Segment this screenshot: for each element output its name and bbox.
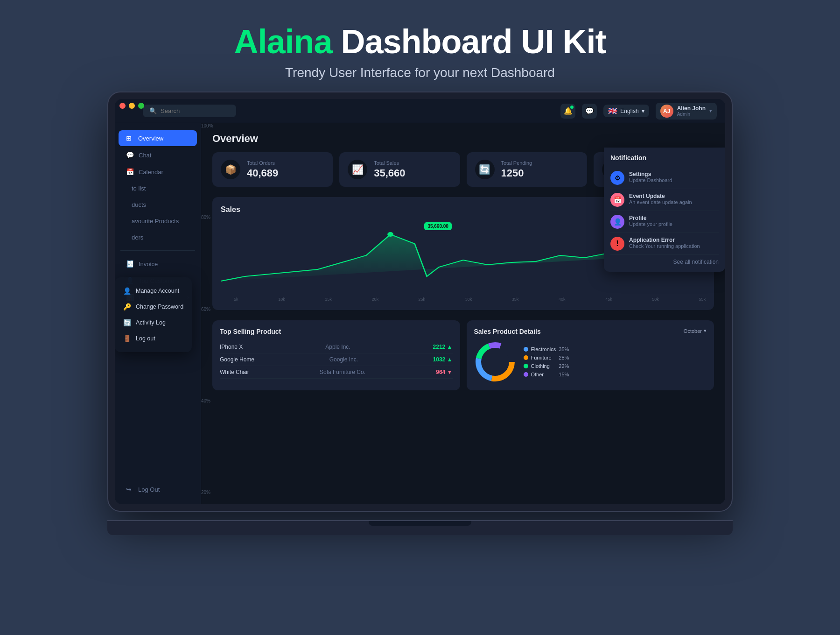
invoice-icon: 🧾 (126, 260, 134, 268)
sidebar-item-invoice[interactable]: 🧾 Invoice (119, 256, 197, 272)
user-chevron-icon: ▾ (709, 108, 712, 114)
main-area: 👤 Manage Account 🔑 Change Password 🔄 Act… (115, 123, 725, 504)
sidebar-logout-label: Log Out (138, 486, 160, 493)
search-bar[interactable]: 🔍 (143, 105, 236, 117)
sidebar-item-orders[interactable]: ders (119, 230, 197, 245)
product-row-2: White Chair Sofa Furniture Co. 964 ▼ (220, 366, 453, 379)
sales-details-card: Sales Product Details October ▾ (467, 320, 714, 390)
stat-label-pending: Total Pending (501, 160, 532, 166)
notif-text-settings: Settings Update Dashboard (629, 171, 672, 183)
popup-item-change-password[interactable]: 🔑 Change Password (115, 299, 192, 315)
popup-item-manage-account[interactable]: 👤 Manage Account (115, 283, 192, 299)
brand-name: Alaina (234, 23, 332, 60)
traffic-light-green[interactable] (138, 103, 144, 109)
notif-desc-profile: Update your profile (629, 221, 672, 227)
legend-pct-electronics: 35% (559, 346, 569, 352)
message-icon[interactable]: 💬 (582, 104, 597, 119)
notif-name-settings: Settings (629, 171, 672, 177)
month-chevron-icon: ▾ (704, 328, 707, 334)
chart-y-labels: 100% 80% 60% 40% 20% (201, 123, 213, 495)
sidebar-item-overview[interactable]: ⊞ Overview (119, 130, 197, 146)
notification-bell-icon[interactable]: 🔔 (560, 104, 575, 119)
legend-item-electronics: Electronics 35% (524, 346, 569, 352)
flag-icon: 🇬🇧 (608, 106, 617, 115)
logout-icon: 🚪 (123, 335, 131, 342)
notif-name-error: Application Error (629, 237, 700, 243)
legend-item-furniture: Furniture 28% (524, 355, 569, 360)
notif-dot (570, 106, 574, 109)
stat-value-pending: 1250 (501, 167, 532, 179)
notif-text-error: Application Error Check Your running app… (629, 237, 700, 249)
sales-details-title: Sales Product Details (474, 328, 707, 335)
legend-dot-electronics (524, 347, 528, 352)
dashboard: 🔍 🔔 💬 🇬🇧 English ▾ (115, 99, 725, 504)
see-all-notifications[interactable]: See all notification (610, 259, 719, 265)
overview-title: Overview (212, 133, 714, 145)
donut-legend: Electronics 35% Furniture 28% (524, 346, 569, 377)
sidebar-item-logout[interactable]: ↪ Log Out (119, 481, 197, 497)
sidebar-label-products: ducts (132, 201, 146, 208)
notif-desc-error: Check Your running application (629, 243, 700, 249)
stat-value-sales: 35,660 (374, 167, 405, 179)
sidebar-label-todo: to list (132, 185, 146, 192)
notif-item-settings[interactable]: ⚙ Settings Update Dashboard (610, 167, 719, 189)
stat-label-sales: Total Sales (374, 160, 405, 166)
notif-text-event: Event Update An event date update again (629, 193, 692, 205)
sidebar-label-favourite: avourite Products (132, 218, 179, 225)
legend-item-clothing: Clothing 22% (524, 363, 569, 369)
sidebar-label-chat: Chat (139, 152, 151, 159)
sidebar-logout-icon: ↪ (126, 486, 133, 493)
legend-item-other: Other 15% (524, 372, 569, 377)
manage-account-label: Manage Account (136, 288, 179, 294)
sidebar-label-calendar: Calendar (139, 169, 163, 176)
legend-pct-other: 15% (559, 372, 569, 377)
product-company-1: Google Inc. (329, 356, 358, 363)
notif-item-profile[interactable]: 👤 Profile Update your profile (610, 211, 719, 233)
legend-label-electronics: Electronics (531, 346, 556, 352)
notif-item-error[interactable]: ! Application Error Check Your running a… (610, 233, 719, 255)
notif-icon-event: 📅 (610, 193, 624, 207)
search-input[interactable] (161, 107, 221, 114)
product-count-2: 964 ▼ (436, 369, 452, 375)
traffic-light-red[interactable] (119, 103, 126, 109)
product-row-1: Google Home Google Inc. 1032 ▲ (220, 353, 453, 366)
popup-item-activity-log[interactable]: 🔄 Activity Log (115, 315, 192, 331)
sidebar-item-products[interactable]: ducts (119, 197, 197, 212)
notification-panel-title: Notification (610, 154, 719, 162)
sidebar-item-calendar[interactable]: 📅 Calendar (119, 164, 197, 180)
sidebar-item-favourite[interactable]: avourite Products (119, 213, 197, 229)
sidebar-item-todo[interactable]: to list (119, 181, 197, 196)
chart-x-labels: 5k 10k 15k 20k 25k 30k 35k 40k 45k (221, 295, 706, 302)
popup-item-logout[interactable]: 🚪 Log out (115, 331, 192, 346)
notif-icon-settings: ⚙ (610, 171, 624, 185)
svg-point-0 (387, 232, 393, 237)
popup-menu: 👤 Manage Account 🔑 Change Password 🔄 Act… (115, 277, 192, 352)
notif-item-event[interactable]: 📅 Event Update An event date update agai… (610, 189, 719, 211)
stat-icon-orders: 📦 (221, 160, 240, 179)
page-subtitle: Trendy User Interface for your next Dash… (234, 65, 606, 80)
laptop-screen-outer: 🔍 🔔 💬 🇬🇧 English ▾ (107, 92, 733, 512)
product-name-0: IPhone X (220, 344, 243, 350)
month-select[interactable]: October ▾ (684, 328, 707, 334)
sidebar-item-chat[interactable]: 💬 Chat (119, 147, 197, 163)
laptop-screen-inner: 🔍 🔔 💬 🇬🇧 English ▾ (115, 99, 725, 504)
product-count-1: 1032 ▲ (433, 356, 453, 363)
sidebar-label-invoice: Invoice (139, 261, 158, 268)
topbar: 🔍 🔔 💬 🇬🇧 English ▾ (115, 99, 725, 123)
stat-card-total-sales: 📈 Total Sales 35,660 (339, 152, 460, 187)
sidebar-label-overview: Overview (138, 135, 163, 142)
product-count-0: 2212 ▲ (433, 344, 453, 350)
change-password-icon: 🔑 (123, 303, 131, 310)
manage-account-icon: 👤 (123, 287, 131, 295)
notification-panel: Notification ⚙ Settings Update Dashboard… (604, 148, 725, 272)
traffic-light-yellow[interactable] (129, 103, 135, 109)
top-selling-title: Top Selling Product (220, 328, 453, 335)
lang-chevron-icon: ▾ (642, 108, 644, 114)
stat-icon-sales: 📈 (348, 160, 367, 179)
legend-label-clothing: Clothing (531, 363, 550, 369)
product-name-2: White Chair (220, 369, 249, 375)
language-selector[interactable]: 🇬🇧 English ▾ (603, 105, 649, 117)
stat-info-sales: Total Sales 35,660 (374, 160, 405, 179)
user-pill[interactable]: AJ Alien John Admin ▾ (656, 103, 717, 120)
stat-card-total-orders: 📦 Total Orders 40,689 (212, 152, 333, 187)
